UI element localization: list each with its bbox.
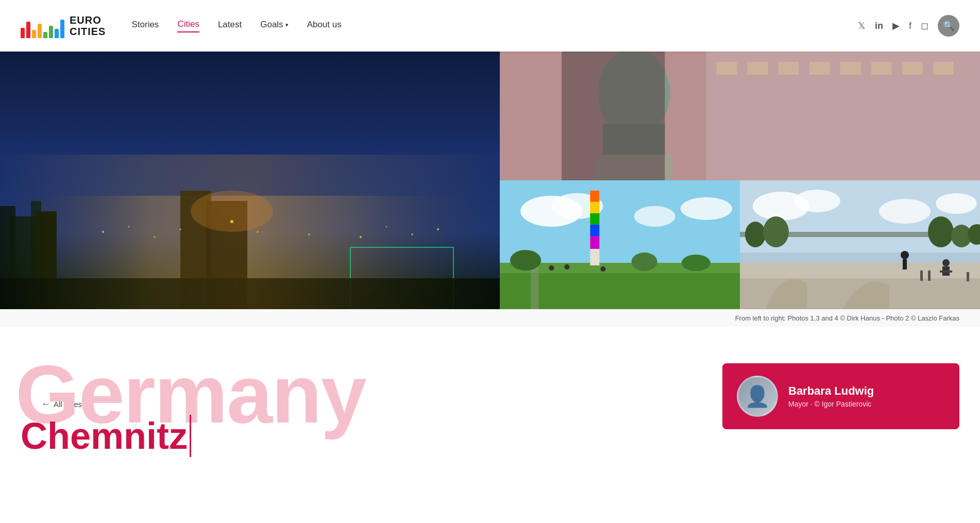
svg-point-54 — [564, 264, 569, 269]
svg-point-14 — [257, 231, 259, 233]
mayor-card: Barbara Ludwig Mayor · © Igor Pastierovi… — [722, 363, 959, 429]
header-right: 𝕏 in ▶ f ◻ 🔍 — [858, 15, 959, 37]
instagram-icon[interactable]: ◻ — [921, 20, 928, 31]
mayor-info: Barbara Ludwig Mayor · © Igor Pastierovi… — [788, 384, 874, 408]
svg-point-9 — [102, 231, 104, 233]
mayor-name: Barbara Ludwig — [788, 384, 874, 398]
nav-stories[interactable]: Stories — [131, 20, 159, 32]
facebook-icon[interactable]: f — [909, 21, 911, 31]
svg-rect-31 — [933, 62, 954, 75]
svg-point-10 — [128, 226, 130, 228]
header-left: EURO CITIES Stories Cities Latest Goals … — [21, 13, 342, 38]
svg-point-70 — [901, 251, 909, 259]
svg-point-8 — [191, 191, 273, 232]
nav-goals[interactable]: Goals ▾ — [260, 20, 288, 32]
svg-point-53 — [549, 265, 554, 271]
svg-rect-26 — [779, 62, 799, 75]
logo-text: EURO CITIES — [70, 14, 106, 37]
svg-rect-4 — [31, 201, 41, 309]
skatepark-image — [740, 180, 980, 309]
svg-rect-35 — [562, 52, 665, 180]
svg-rect-21 — [0, 278, 500, 309]
main-city-image — [0, 52, 500, 309]
svg-point-13 — [230, 220, 233, 223]
svg-point-50 — [510, 250, 541, 271]
svg-rect-75 — [920, 271, 923, 281]
svg-point-18 — [411, 233, 413, 235]
mayor-title: Mayor · © Igor Pastierovic — [788, 400, 874, 408]
svg-rect-24 — [716, 62, 737, 75]
svg-point-64 — [763, 216, 789, 247]
linkedin-icon[interactable]: in — [875, 21, 883, 31]
marx-monument-image — [500, 52, 980, 180]
svg-point-52 — [682, 255, 711, 271]
nav-about[interactable]: About us — [307, 20, 342, 32]
svg-point-11 — [154, 236, 156, 238]
svg-rect-47 — [590, 213, 599, 225]
svg-point-55 — [600, 266, 605, 272]
svg-rect-5 — [36, 211, 57, 309]
svg-rect-25 — [748, 62, 768, 75]
site-header: EURO CITIES Stories Cities Latest Goals … — [0, 0, 980, 52]
nav-cities[interactable]: Cities — [177, 19, 199, 32]
svg-point-60 — [879, 199, 931, 224]
svg-point-15 — [308, 233, 310, 235]
svg-rect-1 — [0, 196, 500, 309]
svg-rect-74 — [940, 271, 952, 273]
svg-point-51 — [632, 252, 657, 271]
bottom-section: Germany Chemnitz Barbara Ludwig Mayor · … — [0, 353, 980, 478]
svg-point-17 — [386, 226, 387, 228]
svg-point-65 — [928, 216, 954, 247]
logo[interactable]: EURO CITIES — [21, 13, 106, 38]
svg-point-72 — [942, 259, 950, 266]
city-night-overlay — [0, 52, 500, 309]
image-grid — [0, 52, 980, 309]
svg-rect-71 — [903, 259, 907, 269]
svg-point-19 — [437, 228, 439, 230]
nav-latest[interactable]: Latest — [218, 20, 242, 32]
photo-caption: From left to right: Photos 1,3 and 4 © D… — [735, 314, 959, 322]
svg-rect-6 — [180, 191, 211, 309]
bottom-right-images — [500, 180, 980, 309]
svg-rect-49 — [590, 236, 599, 249]
photo-caption-bar: From left to right: Photos 1,3 and 4 © D… — [0, 309, 980, 327]
main-nav: Stories Cities Latest Goals ▾ About us — [131, 19, 341, 32]
svg-rect-45 — [590, 191, 599, 202]
svg-rect-48 — [590, 225, 599, 236]
svg-rect-2 — [0, 206, 15, 309]
svg-point-39 — [634, 206, 675, 227]
city-name: Chemnitz — [21, 415, 191, 457]
svg-rect-29 — [871, 62, 892, 75]
chevron-down-icon: ▾ — [285, 22, 289, 28]
svg-rect-77 — [967, 272, 969, 281]
svg-rect-20 — [350, 247, 453, 309]
svg-point-40 — [681, 197, 732, 220]
svg-rect-28 — [840, 62, 861, 75]
svg-point-16 — [360, 236, 362, 238]
svg-rect-30 — [902, 62, 923, 75]
twitter-icon[interactable]: 𝕏 — [858, 20, 866, 31]
svg-point-63 — [745, 222, 766, 247]
svg-point-12 — [180, 229, 181, 230]
search-button[interactable]: 🔍 — [938, 15, 959, 37]
svg-rect-7 — [206, 201, 247, 309]
svg-rect-27 — [809, 62, 830, 75]
youtube-icon[interactable]: ▶ — [892, 20, 900, 31]
chimney-park-image — [500, 180, 740, 309]
svg-rect-0 — [0, 52, 500, 309]
logo-icon — [21, 13, 64, 38]
right-images — [500, 52, 980, 309]
svg-point-61 — [936, 193, 977, 214]
city-text-area: Germany Chemnitz — [21, 363, 191, 457]
mayor-avatar — [737, 376, 778, 417]
svg-rect-46 — [590, 202, 599, 213]
svg-rect-3 — [10, 216, 36, 309]
svg-point-59 — [794, 190, 840, 212]
svg-rect-76 — [928, 271, 931, 281]
